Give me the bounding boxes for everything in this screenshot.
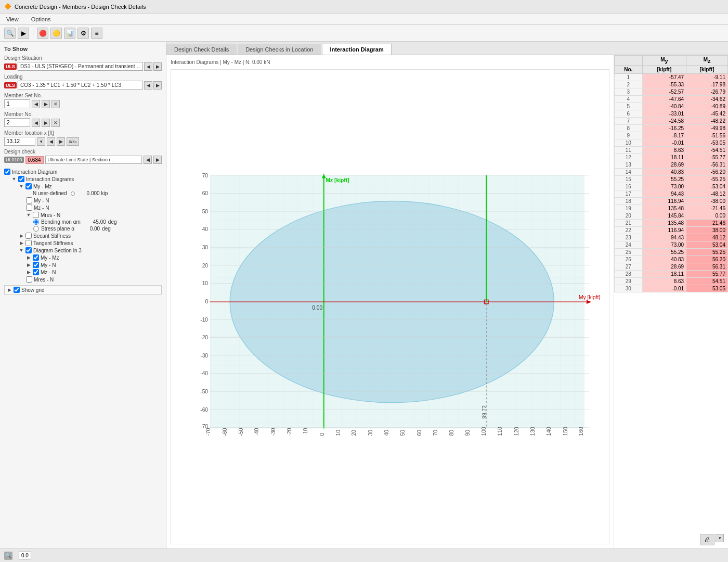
ds-prev-btn[interactable]: ◀: [144, 62, 152, 71]
toolbar-btn-7[interactable]: ≡: [91, 28, 102, 39]
tree-mres-n2-item[interactable]: Mres - N: [26, 276, 162, 283]
expand-icon-6[interactable]: ▼: [19, 248, 24, 253]
svg-text:-40: -40: [254, 428, 259, 436]
tree-mz-n-item[interactable]: Mz - N: [26, 204, 162, 211]
toolbar-btn-6[interactable]: ⚙: [77, 28, 89, 39]
tree-secant-item[interactable]: ▶ Secant Stiffness: [19, 232, 162, 239]
expand-icon-10[interactable]: ▶: [7, 287, 12, 292]
design-check-next[interactable]: ▶: [153, 156, 162, 164]
member-set-reset[interactable]: ✕: [51, 100, 60, 108]
tangent-checkbox[interactable]: [25, 240, 32, 246]
member-location-next[interactable]: ▶: [57, 137, 65, 146]
table-cell-no: 30: [615, 285, 643, 292]
table-cell-no: 5: [615, 103, 643, 110]
right-panel: Design Check Details Design Checks in Lo…: [166, 42, 728, 548]
tree-mz-n2-item[interactable]: ▶ Mz - N: [26, 269, 162, 276]
loading-next-btn[interactable]: ▶: [153, 81, 162, 90]
table-cell-no: 12: [615, 154, 643, 161]
tree-my-mz[interactable]: ▼ My - Mz: [19, 183, 162, 190]
mres-n2-label: Mres - N: [34, 277, 54, 283]
search-icon[interactable]: 🔍: [4, 552, 12, 560]
table-cell-no: 18: [615, 198, 643, 205]
table-cell-no: 4: [615, 96, 643, 103]
expand-icon-8[interactable]: ▶: [26, 262, 31, 267]
member-location-input[interactable]: [4, 137, 35, 146]
expand-icon-1[interactable]: ▼: [11, 176, 17, 182]
table-cell-no: 17: [615, 190, 643, 198]
tab-design-check-details[interactable]: Design Check Details: [166, 44, 237, 55]
menu-view[interactable]: View: [4, 16, 21, 23]
interaction-diagram-checkbox[interactable]: [4, 169, 10, 175]
member-no-next[interactable]: ▶: [42, 119, 50, 127]
mres-n2-checkbox[interactable]: [26, 276, 32, 283]
stress-plane-radio[interactable]: [33, 226, 39, 232]
tree-my-n2-item[interactable]: ▶ My - N: [26, 261, 162, 269]
tree-panel: Interaction Diagram ▼ Interaction Diagra…: [4, 168, 162, 295]
member-location-down[interactable]: ▾: [37, 137, 45, 146]
toolbar-btn-5[interactable]: 📊: [64, 28, 75, 39]
toolbar-btn-4[interactable]: 🟡: [50, 28, 62, 39]
tree-tangent-item[interactable]: ▶ Tangent Stiffness: [19, 239, 162, 247]
member-no-reset[interactable]: ✕: [51, 119, 60, 127]
table-cell-my: -33.01: [642, 110, 686, 118]
loading-dropdown[interactable]: CO3 - 1.35 * LC1 + 1.50 * LC2 + 1.50 * L…: [18, 81, 143, 90]
table-row: 1-57.47-9.11: [615, 74, 728, 81]
member-set-prev[interactable]: ◀: [32, 100, 40, 108]
tree-mres-options: Bending mon αm 45.00 deg Stress plane α …: [26, 219, 162, 232]
toolbar-btn-3[interactable]: 🔴: [37, 28, 48, 39]
tree-show-grid[interactable]: ▶ Show grid: [4, 285, 162, 295]
mres-n-checkbox[interactable]: [33, 212, 39, 218]
tree-my-mz2-item[interactable]: ▶ My - Mz: [26, 254, 162, 261]
tree-interaction-diagram[interactable]: Interaction Diagram: [4, 168, 162, 175]
svg-text:70: 70: [433, 430, 438, 436]
interaction-diagrams-checkbox[interactable]: [18, 176, 24, 182]
expand-icon-2[interactable]: ▼: [19, 184, 24, 189]
secant-checkbox[interactable]: [25, 233, 32, 239]
expand-icon-3[interactable]: ▼: [26, 212, 31, 218]
tree-tangent: ▶ Tangent Stiffness: [11, 239, 162, 247]
show-grid-checkbox[interactable]: [14, 287, 20, 293]
member-no-input[interactable]: [4, 118, 30, 127]
design-check-prev[interactable]: ◀: [144, 156, 152, 164]
table-row: 2394.4348.12: [615, 234, 728, 241]
design-check-dropdown[interactable]: Ultimate Limit State | Section r...: [45, 156, 142, 164]
n-radio[interactable]: [71, 191, 75, 196]
bending-mom-radio[interactable]: [33, 219, 39, 225]
expand-icon-7[interactable]: ▶: [26, 255, 31, 260]
table-cell-my: 135.48: [642, 205, 686, 212]
tree-interaction-diagrams[interactable]: ▼ Interaction Diagrams: [11, 175, 162, 183]
mz-n2-checkbox[interactable]: [33, 269, 39, 275]
diagram-section-checkbox[interactable]: [25, 247, 32, 253]
table-row: 8-16.25-49.98: [615, 125, 728, 132]
toolbar-btn-2[interactable]: ▶: [18, 28, 29, 39]
tree-my-n-item[interactable]: My - N: [26, 197, 162, 204]
member-location-x0[interactable]: x/x₀: [67, 137, 79, 146]
member-location-prev[interactable]: ◀: [47, 137, 55, 146]
my-mz2-checkbox[interactable]: [33, 254, 39, 261]
member-set-next[interactable]: ▶: [42, 100, 50, 108]
expand-icon-4[interactable]: ▶: [19, 233, 24, 238]
svg-text:-60: -60: [200, 407, 208, 413]
mz-n-checkbox[interactable]: [26, 205, 32, 211]
tree-mres-n-item[interactable]: ▼ Mres - N: [26, 211, 162, 219]
expand-icon-9[interactable]: ▶: [26, 270, 31, 275]
member-no-prev[interactable]: ◀: [32, 119, 40, 127]
member-set-input[interactable]: [4, 99, 30, 108]
tab-interaction-diagram[interactable]: Interaction Diagram: [322, 44, 391, 55]
tab-design-checks-location[interactable]: Design Checks in Location: [238, 44, 321, 55]
svg-text:-40: -40: [200, 371, 208, 376]
my-n2-checkbox[interactable]: [33, 262, 39, 268]
tree-diagram-section-item[interactable]: ▼ Diagram Section in 3: [19, 247, 162, 254]
my-n-checkbox[interactable]: [26, 197, 32, 203]
tree-n-user: N user-defined 0.000 kip: [26, 190, 162, 197]
loading-prev-btn[interactable]: ◀: [144, 81, 152, 90]
my-mz-checkbox[interactable]: [25, 183, 32, 189]
design-situation-dropdown[interactable]: DS1 - ULS (STR/GEO) - Permanent and tran…: [18, 62, 143, 71]
table-cell-mz: -45.42: [686, 110, 728, 118]
my-mz-label: My - Mz: [33, 184, 52, 189]
toolbar-btn-1[interactable]: 🔍: [4, 28, 16, 39]
left-panel: To Show Design Situation ULS DS1 - ULS (…: [0, 42, 166, 548]
menu-options[interactable]: Options: [29, 16, 53, 23]
expand-icon-5[interactable]: ▶: [19, 240, 24, 246]
ds-next-btn[interactable]: ▶: [153, 62, 162, 71]
